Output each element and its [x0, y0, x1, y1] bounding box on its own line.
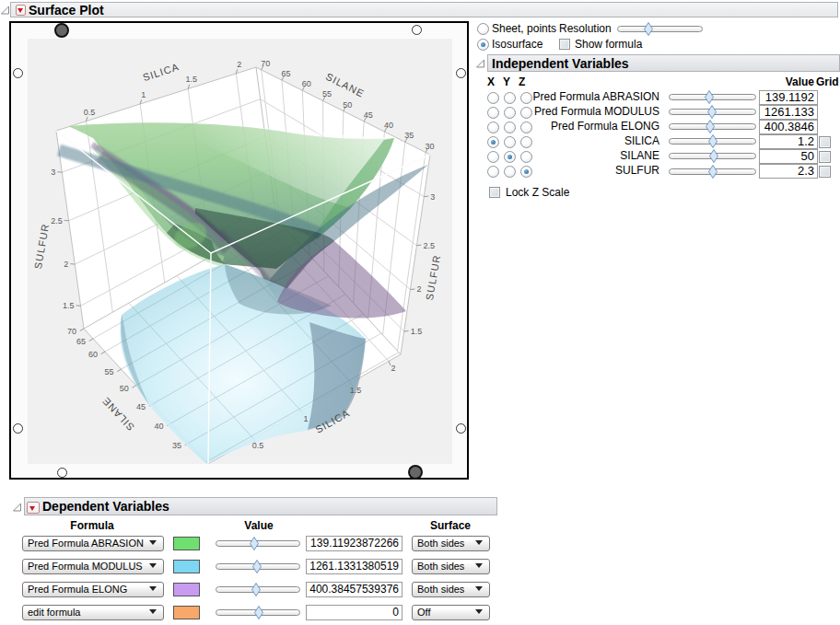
svg-text:50: 50: [343, 100, 352, 110]
svg-text:60: 60: [88, 350, 98, 359]
svg-text:40: 40: [154, 422, 163, 431]
svg-text:0.5: 0.5: [84, 108, 96, 117]
svg-text:50: 50: [120, 384, 129, 393]
svg-text:30: 30: [426, 142, 435, 151]
svg-text:0.5: 0.5: [252, 441, 264, 450]
svg-text:65: 65: [281, 69, 290, 78]
svg-text:70: 70: [261, 59, 270, 68]
svg-text:1: 1: [303, 414, 308, 423]
svg-text:35: 35: [404, 131, 414, 140]
svg-text:2: 2: [237, 60, 241, 69]
svg-text:55: 55: [104, 367, 113, 376]
svg-text:45: 45: [364, 110, 373, 120]
svg-text:70: 70: [67, 327, 76, 336]
svg-text:1.5: 1.5: [185, 75, 197, 84]
svg-text:35: 35: [172, 441, 181, 450]
svg-text:2: 2: [64, 260, 68, 269]
svg-text:65: 65: [76, 337, 86, 346]
svg-text:2.5: 2.5: [423, 241, 435, 250]
svg-text:55: 55: [322, 89, 332, 98]
svg-text:3: 3: [430, 192, 435, 202]
svg-text:1.5: 1.5: [63, 301, 75, 310]
svg-text:45: 45: [136, 402, 146, 411]
svg-text:40: 40: [384, 121, 393, 130]
svg-text:2: 2: [416, 284, 421, 294]
svg-text:1: 1: [141, 90, 146, 99]
svg-text:2: 2: [391, 364, 396, 373]
svg-text:1.5: 1.5: [350, 386, 362, 395]
svg-text:2.5: 2.5: [51, 216, 63, 226]
svg-text:3: 3: [51, 168, 55, 177]
svg-text:1.5: 1.5: [411, 327, 423, 336]
svg-text:60: 60: [302, 79, 311, 88]
